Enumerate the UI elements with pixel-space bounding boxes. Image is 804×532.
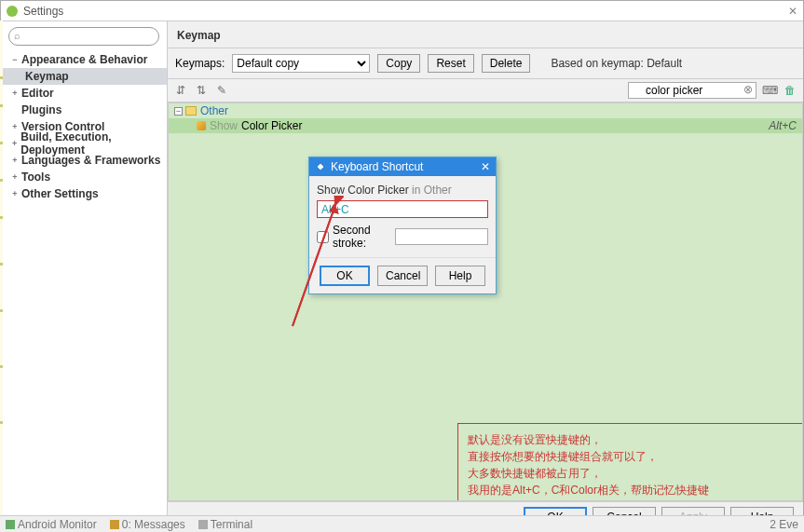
folder-icon xyxy=(185,106,197,116)
keyboard-shortcut-dialog: Keyboard Shortcut ✕ Show Color Picker in… xyxy=(308,157,497,294)
dialog-title: Keyboard Shortcut xyxy=(331,160,423,173)
second-stroke-checkbox[interactable] xyxy=(317,231,329,243)
sidebar-item-label: Keymap xyxy=(25,70,69,83)
sidebar-item-build-execution-deployment[interactable]: +Build, Execution, Deployment xyxy=(1,135,167,152)
expand-icon[interactable]: + xyxy=(10,89,20,98)
titlebar: Settings ✕ xyxy=(1,1,803,21)
keymap-toolbar: Keymaps: Default copy Copy Reset Delete … xyxy=(168,48,803,78)
expand-icon[interactable]: + xyxy=(10,189,20,198)
settings-search-input[interactable] xyxy=(8,27,159,46)
action-label: Color Picker xyxy=(241,119,302,132)
dialog-cancel-button[interactable]: Cancel xyxy=(377,266,428,286)
clear-filter-icon[interactable]: ⊗ xyxy=(743,83,753,96)
status-android-monitor[interactable]: Android Monitor xyxy=(6,518,97,531)
keymaps-select[interactable]: Default copy xyxy=(232,54,370,73)
sidebar-item-label: Build, Execution, Deployment xyxy=(20,130,167,157)
dialog-icon xyxy=(315,161,326,172)
copy-button[interactable]: Copy xyxy=(377,54,420,73)
annotation-box: 默认是没有设置快捷键的， 直接按你想要的快捷键组合就可以了， 大多数快捷键都被占… xyxy=(457,423,803,501)
sidebar-item-other-settings[interactable]: +Other Settings xyxy=(1,185,167,202)
based-on-label: Based on keymap: Default xyxy=(551,57,682,70)
dialog-close-icon[interactable]: ✕ xyxy=(481,160,490,173)
sidebar-item-editor[interactable]: +Editor xyxy=(1,85,167,102)
dialog-ok-button[interactable]: OK xyxy=(320,266,370,286)
sidebar-item-tools[interactable]: +Tools xyxy=(1,169,167,185)
status-events[interactable]: 2 Eve xyxy=(770,518,798,531)
action-filter-input[interactable] xyxy=(628,82,756,99)
color-picker-icon xyxy=(197,121,206,130)
expand-icon[interactable]: + xyxy=(10,156,20,165)
sidebar-item-label: Tools xyxy=(21,171,50,184)
settings-tree[interactable]: −Appearance & BehaviorKeymap+Editor Plug… xyxy=(1,51,167,531)
dialog-help-button[interactable]: Help xyxy=(435,266,485,286)
first-stroke-input[interactable] xyxy=(317,200,488,218)
statusbar: Android Monitor 0: Messages Terminal 2 E… xyxy=(0,515,804,532)
close-icon[interactable]: ✕ xyxy=(788,5,797,18)
page-title: Keymap xyxy=(168,21,803,48)
action-shortcut: Alt+C xyxy=(769,119,797,132)
find-by-shortcut-icon[interactable]: ⌨ xyxy=(762,83,777,98)
expand-icon[interactable]: + xyxy=(10,172,20,182)
app-icon xyxy=(7,6,18,17)
search-icon: ⌕ xyxy=(14,30,20,41)
window-title: Settings xyxy=(23,5,788,18)
expand-icon[interactable]: − xyxy=(10,55,20,64)
expand-icon[interactable]: + xyxy=(10,139,19,148)
collapse-icon[interactable]: − xyxy=(174,107,183,116)
action-prefix: Show xyxy=(210,119,238,132)
tree-group-label: Other xyxy=(200,104,228,117)
sidebar-item-label: Editor xyxy=(21,87,54,100)
collapse-all-icon[interactable]: ⇅ xyxy=(194,83,209,98)
sidebar-item-label: Appearance & Behavior xyxy=(21,53,147,66)
action-toolbar: ⇵ ⇅ ✎ ⌕ ⊗ ⌨ 🗑 xyxy=(168,78,803,102)
second-stroke-label: Second stroke: xyxy=(333,224,391,250)
expand-all-icon[interactable]: ⇵ xyxy=(173,83,188,98)
gutter xyxy=(0,20,3,515)
status-messages[interactable]: 0: Messages xyxy=(110,518,185,531)
sidebar-item-appearance-behavior[interactable]: −Appearance & Behavior xyxy=(1,51,167,68)
sidebar-item-label: Languages & Frameworks xyxy=(21,154,160,167)
sidebar-item-keymap[interactable]: Keymap xyxy=(1,68,167,85)
sidebar-item-languages-frameworks[interactable]: +Languages & Frameworks xyxy=(1,152,167,169)
tree-action-color-picker[interactable]: Show Color Picker Alt+C xyxy=(169,118,802,133)
trash-icon[interactable]: 🗑 xyxy=(783,83,797,98)
expand-icon[interactable]: + xyxy=(10,122,20,131)
dialog-description: Show Color Picker in Other xyxy=(317,184,488,197)
reset-button[interactable]: Reset xyxy=(428,54,473,73)
sidebar-item-label: Other Settings xyxy=(21,187,99,200)
keymaps-label: Keymaps: xyxy=(175,57,225,70)
delete-button[interactable]: Delete xyxy=(482,54,531,73)
edit-icon[interactable]: ✎ xyxy=(214,83,229,98)
dialog-titlebar[interactable]: Keyboard Shortcut ✕ xyxy=(309,157,496,176)
sidebar-item-label: Plugins xyxy=(21,103,61,116)
second-stroke-input[interactable] xyxy=(395,228,488,245)
tree-group-other[interactable]: − Other xyxy=(169,103,802,118)
status-terminal[interactable]: Terminal xyxy=(198,518,252,531)
sidebar: ⌕ −Appearance & BehaviorKeymap+Editor Pl… xyxy=(1,21,168,531)
sidebar-item-plugins[interactable]: Plugins xyxy=(1,102,167,118)
